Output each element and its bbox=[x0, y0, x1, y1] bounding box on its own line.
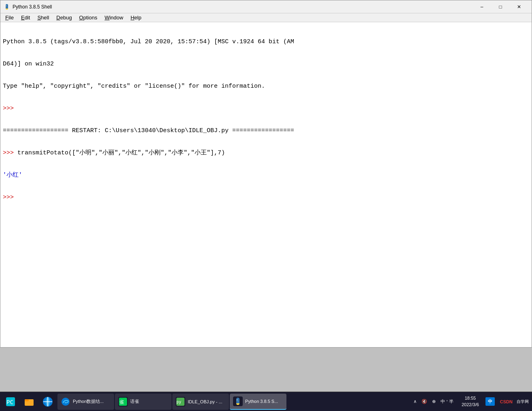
taskbar-python-shell-app[interactable]: Python 3.8.5 S... bbox=[230, 394, 286, 410]
menu-help[interactable]: Help bbox=[127, 14, 145, 21]
svg-rect-10 bbox=[25, 399, 29, 401]
taskbar-edge-app[interactable]: Python数据结... bbox=[57, 394, 114, 410]
shell-line-2: D64)] on win32 bbox=[3, 60, 529, 68]
idle-obj-icon: py bbox=[176, 397, 185, 407]
svg-point-27 bbox=[238, 402, 239, 403]
systray-network[interactable]: ⊕ bbox=[430, 398, 437, 405]
svg-point-3 bbox=[6, 5, 7, 6]
shell-command: transmitPotato(["小明","小丽","小红","小刚","小李"… bbox=[17, 150, 225, 156]
lang-button[interactable]: 中 bbox=[483, 393, 498, 411]
lang-label: 中 bbox=[485, 397, 495, 406]
shell-prompt-3: >>> bbox=[3, 193, 529, 202]
systray-ime[interactable]: 中 ° 半 bbox=[439, 398, 455, 405]
menu-file[interactable]: File bbox=[2, 14, 17, 21]
systray-learn[interactable]: 自学网 bbox=[515, 398, 530, 405]
desktop bbox=[0, 348, 532, 392]
systray-csdn[interactable]: CSDN bbox=[498, 398, 514, 405]
systray-chevron[interactable]: ∧ bbox=[412, 398, 418, 405]
minimize-button[interactable]: – bbox=[473, 0, 491, 13]
systray: ∧ 🔇 ⊕ 中 ° 半 bbox=[409, 398, 458, 405]
python-shell-icon bbox=[233, 396, 243, 406]
menu-options[interactable]: Options bbox=[76, 14, 101, 21]
shell-line-3: Type "help", "copyright", "credits" or "… bbox=[3, 82, 529, 91]
svg-text:py: py bbox=[176, 400, 181, 404]
shell-command-line: >>> transmitPotato(["小明","小丽","小红","小刚",… bbox=[3, 149, 529, 157]
taskbar-pycharm[interactable]: PC bbox=[2, 393, 19, 411]
shell-prompt-1: >>> bbox=[3, 104, 529, 113]
python-icon bbox=[4, 4, 10, 10]
edge-icon bbox=[61, 397, 70, 407]
tray-time: 18:55 bbox=[462, 395, 479, 401]
menu-shell[interactable]: Shell bbox=[34, 14, 52, 21]
svg-text:PC: PC bbox=[6, 399, 13, 405]
menu-window[interactable]: Window bbox=[101, 14, 126, 21]
tray-date: 2022/3/6 bbox=[462, 402, 479, 408]
window-title: Python 3.8.5 Shell bbox=[13, 4, 473, 10]
yaque-app-label: 语雀 bbox=[130, 398, 139, 405]
taskbar-idle-obj-app[interactable]: py IDLE_OBJ.py - ... bbox=[172, 394, 229, 410]
idle-obj-app-label: IDLE_OBJ.py - ... bbox=[188, 399, 223, 404]
shell-output[interactable]: Python 3.8.5 (tags/v3.8.5:580fbb0, Jul 2… bbox=[0, 22, 532, 347]
taskbar: PC Python数据结... bbox=[0, 392, 532, 411]
taskbar-yaque-app[interactable]: 雀 语雀 bbox=[115, 394, 172, 410]
systray-mute[interactable]: 🔇 bbox=[420, 398, 429, 405]
svg-text:雀: 雀 bbox=[119, 399, 124, 405]
menu-edit[interactable]: Edit bbox=[18, 14, 33, 21]
titlebar: Python 3.8.5 Shell – □ ✕ bbox=[0, 0, 532, 13]
taskbar-browser2[interactable] bbox=[39, 393, 57, 411]
maximize-button[interactable]: □ bbox=[491, 0, 510, 13]
menubar: File Edit Shell Debug Options Window Hel… bbox=[0, 13, 532, 22]
tray-clock[interactable]: 18:55 2022/3/6 bbox=[458, 395, 482, 408]
shell-line-1: Python 3.8.5 (tags/v3.8.5:580fbb0, Jul 2… bbox=[3, 38, 529, 46]
edge-app-label: Python数据结... bbox=[73, 398, 104, 405]
yaque-icon: 雀 bbox=[118, 397, 128, 407]
shell-prompt-2: >>> bbox=[3, 150, 17, 156]
shell-restart-line: ================== RESTART: C:\Users\130… bbox=[3, 126, 529, 135]
python-shell-app-label: Python 3.8.5 S... bbox=[245, 399, 278, 404]
python-shell-window: Python 3.8.5 Shell – □ ✕ File Edit Shell… bbox=[0, 0, 532, 348]
taskbar-explorer[interactable] bbox=[20, 393, 38, 411]
window-controls: – □ ✕ bbox=[473, 0, 528, 13]
svg-point-4 bbox=[7, 7, 8, 8]
close-button[interactable]: ✕ bbox=[510, 0, 528, 13]
shell-output-line: '小红' bbox=[3, 171, 529, 179]
menu-debug[interactable]: Debug bbox=[53, 14, 75, 21]
svg-point-26 bbox=[237, 399, 237, 400]
